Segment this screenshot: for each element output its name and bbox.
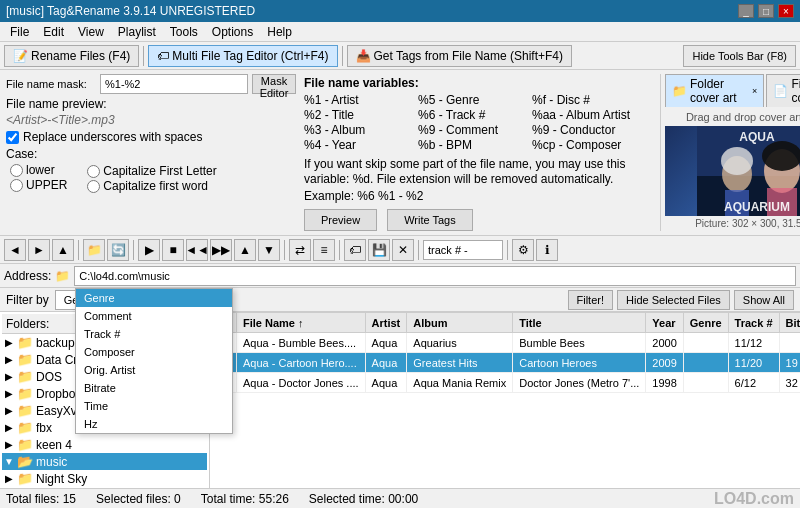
mask-editor-button[interactable]: Mask Editor — [252, 74, 296, 94]
rename-files-button[interactable]: 📝 Rename Files (F4) — [4, 45, 139, 67]
title-bar-text: [music] Tag&Rename 3.9.14 UNREGISTERED — [6, 4, 255, 18]
file-row-1[interactable]: Aqua - Bumble Bees.... Aqua Aquarius Bum… — [211, 333, 801, 353]
show-all-button[interactable]: Show All — [734, 290, 794, 310]
dropdown-item-composer[interactable]: Composer — [76, 343, 232, 361]
address-input[interactable] — [74, 266, 796, 286]
total-files: Total files: 15 — [6, 492, 76, 506]
svg-point-7 — [721, 147, 753, 175]
folder-icon-datacrow: 📁 — [17, 352, 33, 367]
tb2-next-button[interactable]: ▶▶ — [210, 239, 232, 261]
file-title-3: Doctor Jones (Metro 7'... — [513, 373, 646, 393]
folders-label: Folders: — [6, 317, 49, 331]
menu-help[interactable]: Help — [261, 23, 298, 41]
tb2-save-button[interactable]: 💾 — [368, 239, 390, 261]
hide-toolbar-button[interactable]: Hide Tools Bar (F8) — [683, 45, 796, 67]
menu-file[interactable]: File — [4, 23, 35, 41]
capitalize-first-word-option[interactable]: Capitalize first word — [87, 179, 216, 193]
col-title[interactable]: Title — [513, 313, 646, 333]
case-lower-option[interactable]: lower — [10, 163, 67, 177]
col-year[interactable]: Year — [646, 313, 683, 333]
dropdown-item-time[interactable]: Time — [76, 397, 232, 415]
mask-input[interactable] — [100, 74, 248, 94]
tb2-folder-button[interactable]: 📁 — [83, 239, 105, 261]
folder-icon-small: 📁 — [672, 84, 687, 98]
preview-button[interactable]: Preview — [304, 209, 377, 231]
col-filename[interactable]: File Name ↑ — [237, 313, 366, 333]
var-6: %6 - Track # — [418, 108, 528, 122]
tb2-info-button[interactable]: ℹ — [536, 239, 558, 261]
folder-icon-fbx: 📁 — [17, 420, 33, 435]
dropdown-item-genre[interactable]: Genre — [76, 289, 232, 307]
tb2-up-button[interactable]: ▲ — [52, 239, 74, 261]
col-track[interactable]: Track # — [728, 313, 779, 333]
filter-button[interactable]: Filter! — [568, 290, 614, 310]
col-artist[interactable]: Artist — [365, 313, 407, 333]
dropdown-item-hz[interactable]: Hz — [76, 415, 232, 433]
file-genre-3 — [683, 373, 728, 393]
tb2-settings-button[interactable]: ⚙ — [512, 239, 534, 261]
tb2-tag-button[interactable]: 🏷 — [344, 239, 366, 261]
tb2-play-button[interactable]: ▶ — [138, 239, 160, 261]
minimize-button[interactable]: _ — [738, 4, 754, 18]
col-bitrate[interactable]: Bitrat — [779, 313, 800, 333]
tb2-sep6 — [507, 240, 508, 260]
dropdown-item-bitrate[interactable]: Bitrate — [76, 379, 232, 397]
capitalize-first-letter-option[interactable]: Capitalize First Letter — [87, 164, 216, 178]
file-year-1: 2000 — [646, 333, 683, 353]
folder-name-backup: backup — [36, 336, 75, 350]
replace-underscores-checkbox[interactable] — [6, 131, 19, 144]
tb2-down2-button[interactable]: ▼ — [258, 239, 280, 261]
file-album-1: Aquarius — [407, 333, 513, 353]
svg-text:AQUA: AQUA — [739, 130, 775, 144]
case-upper-option[interactable]: UPPER — [10, 178, 67, 192]
tb2-stop-button[interactable]: ■ — [162, 239, 184, 261]
file-row-2[interactable]: Aqua - Cartoon Hero.... Aqua Greatest Hi… — [211, 353, 801, 373]
var-1: %1 - Artist — [304, 93, 414, 107]
tb2-delete-button[interactable]: ✕ — [392, 239, 414, 261]
tb2-prev-button[interactable]: ◄◄ — [186, 239, 208, 261]
menu-playlist[interactable]: Playlist — [112, 23, 162, 41]
tb2-back-button[interactable]: ◄ — [4, 239, 26, 261]
folder-music[interactable]: ▼ 📂 music — [2, 453, 207, 470]
folder-icon-nightsky: 📁 — [17, 471, 33, 486]
file-row-3[interactable]: Aqua - Doctor Jones .... Aqua Aqua Mania… — [211, 373, 801, 393]
tb2-forward-button[interactable]: ► — [28, 239, 50, 261]
track-input[interactable] — [423, 240, 503, 260]
hide-selected-button[interactable]: Hide Selected Files — [617, 290, 730, 310]
dropdown-item-track[interactable]: Track # — [76, 325, 232, 343]
multi-tag-button[interactable]: 🏷 Multi File Tag Editor (Ctrl+F4) — [148, 45, 337, 67]
folder-keen4[interactable]: ▶ 📁 keen 4 — [2, 436, 207, 453]
file-title-2: Cartoon Heroes — [513, 353, 646, 373]
menu-edit[interactable]: Edit — [37, 23, 70, 41]
col-album[interactable]: Album — [407, 313, 513, 333]
title-bar: [music] Tag&Rename 3.9.14 UNREGISTERED _… — [0, 0, 800, 22]
file-track-2: 11/20 — [728, 353, 779, 373]
menu-view[interactable]: View — [72, 23, 110, 41]
maximize-button[interactable]: □ — [758, 4, 774, 18]
folder-nightsky[interactable]: ▶ 📁 Night Sky — [2, 470, 207, 487]
var-3: %3 - Album — [304, 123, 414, 137]
watermark: LO4D.com — [714, 490, 794, 508]
col-genre[interactable]: Genre — [683, 313, 728, 333]
tb2-refresh-button[interactable]: 🔄 — [107, 239, 129, 261]
file-icon: 📄 — [773, 84, 788, 98]
tb2-shuffle-button[interactable]: ⇄ — [289, 239, 311, 261]
menu-tools[interactable]: Tools — [164, 23, 204, 41]
filter-actions: Filter! Hide Selected Files Show All — [568, 290, 794, 310]
tb2-columns-button[interactable]: ≡ — [313, 239, 335, 261]
folder-name-keen4: keen 4 — [36, 438, 72, 452]
var-4: %4 - Year — [304, 138, 414, 152]
tb2-up2-button[interactable]: ▲ — [234, 239, 256, 261]
file-year-2: 2009 — [646, 353, 683, 373]
dropdown-item-comment[interactable]: Comment — [76, 307, 232, 325]
close-tab-icon[interactable]: × — [752, 86, 757, 96]
write-tags-button[interactable]: Write Tags — [387, 209, 473, 231]
file-cover-tab[interactable]: 📄 File cover art — [766, 74, 800, 107]
preview-label: File name preview: — [6, 97, 107, 111]
menu-options[interactable]: Options — [206, 23, 259, 41]
folder-cover-tab[interactable]: 📁 Folder cover art × — [665, 74, 764, 107]
dropdown-item-origartist[interactable]: Orig. Artist — [76, 361, 232, 379]
get-tags-button[interactable]: 📥 Get Tags from File Name (Shift+F4) — [347, 45, 573, 67]
filter-dropdown[interactable]: Genre Comment Track # Composer Orig. Art… — [75, 288, 233, 434]
close-button[interactable]: × — [778, 4, 794, 18]
